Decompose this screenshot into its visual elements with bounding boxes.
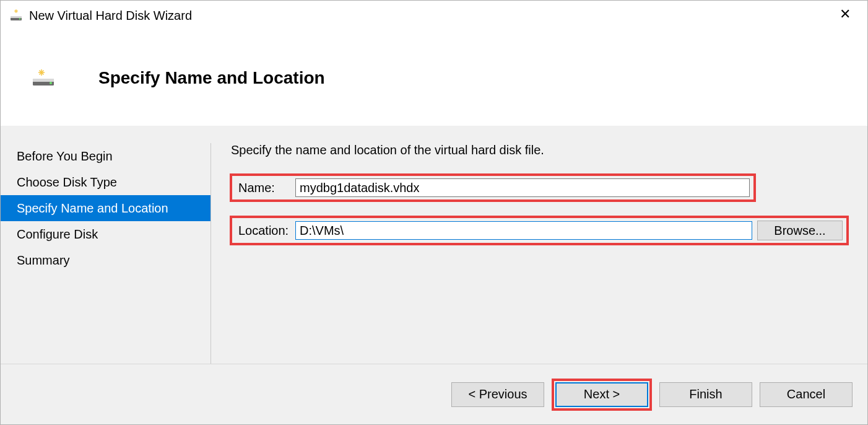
wizard-steps-sidebar: Before You Begin Choose Disk Type Specif… [1,143,211,364]
name-label: Name: [236,181,295,195]
instruction-text: Specify the name and location of the vir… [230,143,849,157]
page-title: Specify Name and Location [98,68,325,88]
previous-button[interactable]: < Previous [451,382,544,407]
next-button-highlight: Next > [552,379,652,411]
cancel-button[interactable]: Cancel [760,382,853,407]
titlebar: New Virtual Hard Disk Wizard ✕ [1,1,867,30]
next-button[interactable]: Next > [555,382,648,407]
window-title: New Virtual Hard Disk Wizard [29,9,192,23]
disk-wizard-header-icon [32,69,55,87]
disk-wizard-icon [9,9,23,22]
browse-button[interactable]: Browse... [757,221,843,240]
step-summary[interactable]: Summary [1,247,210,273]
name-field-highlight: Name: [230,173,756,202]
name-input[interactable] [295,178,750,197]
step-specify-name-location[interactable]: Specify Name and Location [1,195,210,221]
wizard-footer: < Previous Next > Finish Cancel [1,364,867,424]
step-choose-disk-type[interactable]: Choose Disk Type [1,169,210,195]
svg-point-2 [19,18,21,20]
location-field-highlight: Location: Browse... [230,216,849,245]
wizard-header: Specify Name and Location [1,30,867,126]
location-label: Location: [236,224,295,238]
finish-button[interactable]: Finish [659,382,752,407]
wizard-window: New Virtual Hard Disk Wizard ✕ Specify N… [0,0,868,425]
svg-rect-8 [33,79,54,82]
step-configure-disk[interactable]: Configure Disk [1,221,210,247]
svg-point-9 [50,82,52,84]
svg-rect-1 [11,16,22,18]
wizard-content: Specify the name and location of the vir… [211,143,867,364]
close-icon: ✕ [840,6,851,22]
close-button[interactable]: ✕ [828,1,862,28]
step-before-you-begin[interactable]: Before You Begin [1,143,210,169]
location-input[interactable] [295,221,752,240]
wizard-body: Before You Begin Choose Disk Type Specif… [1,126,867,364]
